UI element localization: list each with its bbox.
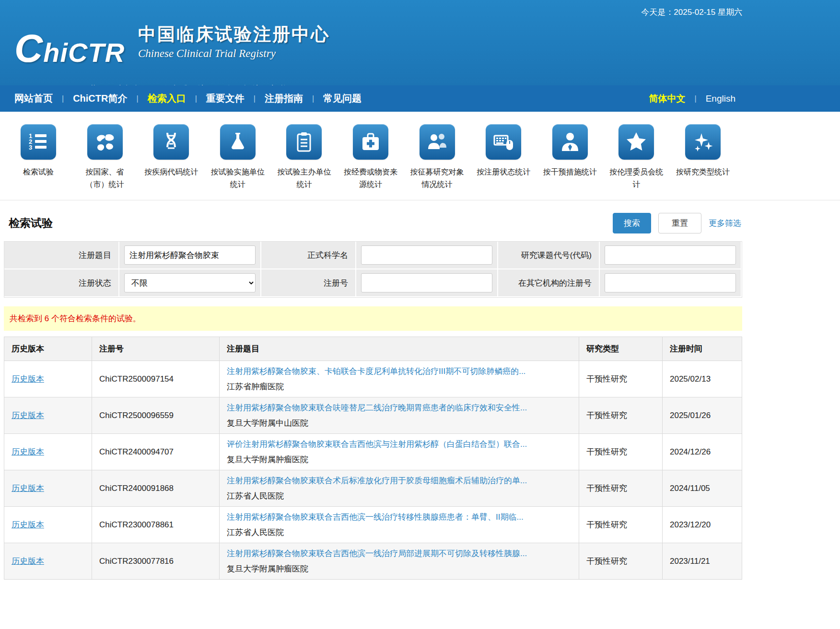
quicklink-star[interactable]: 按伦理委员会统计 <box>607 124 665 190</box>
registration-number-cell: ChiCTR2300077816 <box>92 543 220 580</box>
registration-status-label: 注册状态 <box>4 269 119 297</box>
trial-title-link[interactable]: 注射用紫杉醇聚合物胶束、卡铂联合卡度尼利单抗转化治疗III期不可切除肺鳞癌的..… <box>227 366 572 377</box>
quicklink-label: 按干预措施统计 <box>543 166 597 178</box>
language-switcher: 简体中文 | English <box>649 93 735 105</box>
trial-title-link[interactable]: 注射用紫杉醇聚合物胶束联合呋喹替尼二线治疗晚期胃癌患者的临床疗效和安全性... <box>227 402 572 413</box>
results-table-body: 历史版本ChiCTR2500097154注射用紫杉醇聚合物胶束、卡铂联合卡度尼利… <box>4 361 742 580</box>
quicklink-label: 按国家、省（市）统计 <box>76 166 134 190</box>
table-row: 历史版本ChiCTR2300077816注射用紫杉醇聚合物胶束联合吉西他滨一线治… <box>4 543 742 580</box>
site-header: 今天是：2025-02-15 星期六 ChiCTR 中国临床试验注册中心 Chi… <box>0 0 840 85</box>
quicklink-label: 按征募研究对象情况统计 <box>408 166 466 190</box>
study-type-cell: 干预性研究 <box>579 361 663 397</box>
quicklink-medical-kit[interactable]: 按经费或物资来源统计 <box>342 124 399 190</box>
study-code-label: 研究课题代号(代码) <box>498 242 600 269</box>
lang-english[interactable]: English <box>706 93 735 104</box>
nav-item-5[interactable]: 注册指南 <box>265 92 303 105</box>
quicklink-world-map[interactable]: 按国家、省（市）统计 <box>76 124 134 190</box>
nav-item-3[interactable]: 检索入口 <box>148 92 186 105</box>
doctor-icon <box>552 124 588 160</box>
nav-separator: | <box>254 94 256 103</box>
quicklink-doctor[interactable]: 按干预措施统计 <box>541 124 599 178</box>
registration-title-label: 注册题目 <box>4 242 119 269</box>
trial-institution: 复旦大学附属肿瘤医院 <box>227 563 572 574</box>
registration-status-cell: 不限 <box>119 269 261 297</box>
history-version-link[interactable]: 历史版本 <box>12 411 44 420</box>
history-cell: 历史版本 <box>4 434 92 470</box>
quicklink-label: 检索试验 <box>23 166 54 178</box>
quicklink-label: 按疾病代码统计 <box>144 166 198 178</box>
lang-simplified-chinese[interactable]: 简体中文 <box>649 93 686 105</box>
nav-item-2[interactable]: ChiCTR简介 <box>73 92 127 105</box>
more-filters-link[interactable]: 更多筛选 <box>709 218 741 229</box>
registration-number-cell: ChiCTR2500097154 <box>92 361 220 397</box>
lang-separator: | <box>695 94 697 103</box>
header-row: 历史版本注册号注册题目研究类型注册时间 <box>4 337 742 361</box>
history-version-link[interactable]: 历史版本 <box>12 447 44 456</box>
title-cell: 注射用紫杉醇聚合物胶束联合吉西他滨一线治疗局部进展期不可切除及转移性胰腺...复… <box>220 543 579 580</box>
search-button[interactable]: 搜索 <box>613 213 651 233</box>
column-header: 注册号 <box>92 337 220 361</box>
sparkles-icon <box>685 124 721 160</box>
title-cell: 评价注射用紫杉醇聚合物胶束联合吉西他滨与注射用紫杉醇（白蛋白结合型）联合...复… <box>220 434 579 470</box>
registration-number-input[interactable] <box>361 273 492 292</box>
quicklink-label: 按伦理委员会统计 <box>607 166 665 190</box>
main-content: 检索试验 搜索 重置 更多筛选 注册题目正式科学名研究课题代号(代码)注册状态不… <box>4 213 742 580</box>
quicklink-keyboard-mouse[interactable]: 按注册状态统计 <box>475 124 532 178</box>
site-titles: 中国临床试验注册中心 Chinese Clinical Trial Regist… <box>138 19 330 78</box>
quicklink-dna[interactable]: 按疾病代码统计 <box>142 124 200 178</box>
study-code-input[interactable] <box>605 245 736 265</box>
trial-title-link[interactable]: 注射用紫杉醇聚合物胶束联合吉西他滨一线治疗局部进展期不可切除及转移性胰腺... <box>227 548 572 559</box>
title-cell: 注射用紫杉醇聚合物胶束、卡铂联合卡度尼利单抗转化治疗III期不可切除肺鳞癌的..… <box>220 361 579 397</box>
other-registry-number-label: 在其它机构的注册号 <box>498 269 600 297</box>
column-header: 注册题目 <box>220 337 579 361</box>
nav-item-1[interactable]: 网站首页 <box>14 92 53 105</box>
history-version-link[interactable]: 历史版本 <box>12 520 44 529</box>
column-header: 注册时间 <box>663 337 742 361</box>
trial-title-link[interactable]: 注射用紫杉醇聚合物胶束联合术后标准放化疗用于胶质母细胞瘤术后辅助治疗的单... <box>227 475 572 486</box>
registration-title-cell <box>119 242 261 269</box>
quicklink-list-numbers[interactable]: 123检索试验 <box>10 124 67 178</box>
scientific-name-cell <box>356 242 498 269</box>
other-registry-number-input[interactable] <box>605 273 736 292</box>
registration-title-input[interactable] <box>124 245 256 265</box>
trial-institution: 复旦大学附属肿瘤医院 <box>227 454 572 465</box>
reset-button[interactable]: 重置 <box>658 213 701 233</box>
quicklinks-bar: 123检索试验按国家、省（市）统计按疾病代码统计按试验实施单位统计按试验主办单位… <box>0 112 840 200</box>
registration-status-select[interactable]: 不限 <box>124 273 256 292</box>
registration-number-cell: ChiCTR2300078861 <box>92 507 220 543</box>
scientific-name-input[interactable] <box>361 245 492 265</box>
title-cell: 注射用紫杉醇聚合物胶束联合吉西他滨一线治疗转移性胰腺癌患者：单臂、II期临...… <box>220 507 579 543</box>
history-cell: 历史版本 <box>4 507 92 543</box>
brand-row: ChiCTR 中国临床试验注册中心 Chinese Clinical Trial… <box>4 19 742 78</box>
svg-text:3: 3 <box>29 144 32 151</box>
list-numbers-icon: 123 <box>21 124 56 160</box>
quicklink-sparkles[interactable]: 按研究类型统计 <box>674 124 732 178</box>
history-version-link[interactable]: 历史版本 <box>12 557 44 566</box>
registration-date-cell: 2025/02/13 <box>663 361 742 397</box>
current-date: 今天是：2025-02-15 星期六 <box>4 0 742 18</box>
nav-item-4[interactable]: 重要文件 <box>206 92 245 105</box>
main-nav: 网站首页|ChiCTR简介|检索入口|重要文件|注册指南|常见问题 简体中文 |… <box>0 85 840 112</box>
nav-separator: | <box>312 94 314 103</box>
table-row: 历史版本ChiCTR2300078861注射用紫杉醇聚合物胶束联合吉西他滨一线治… <box>4 507 742 543</box>
results-table-head: 历史版本注册号注册题目研究类型注册时间 <box>4 337 742 361</box>
history-version-link[interactable]: 历史版本 <box>12 374 44 384</box>
medical-kit-icon <box>353 124 388 160</box>
trial-title-link[interactable]: 评价注射用紫杉醇聚合物胶束联合吉西他滨与注射用紫杉醇（白蛋白结合型）联合... <box>227 439 572 450</box>
nav-item-6[interactable]: 常见问题 <box>323 92 362 105</box>
column-header: 研究类型 <box>579 337 663 361</box>
quicklink-clipboard[interactable]: 按试验主办单位统计 <box>275 124 333 190</box>
trial-institution: 江苏省人民医院 <box>227 527 572 538</box>
history-cell: 历史版本 <box>4 470 92 507</box>
scientific-name-label: 正式科学名 <box>261 242 356 269</box>
flask-icon <box>220 124 256 160</box>
study-code-cell <box>600 242 742 269</box>
nav-menu: 网站首页|ChiCTR简介|检索入口|重要文件|注册指南|常见问题 <box>14 92 362 105</box>
trial-title-link[interactable]: 注射用紫杉醇聚合物胶束联合吉西他滨一线治疗转移性胰腺癌患者：单臂、II期临... <box>227 512 572 523</box>
trial-institution: 江苏省肿瘤医院 <box>227 381 572 392</box>
quicklink-people[interactable]: 按征募研究对象情况统计 <box>408 124 466 190</box>
quicklink-flask[interactable]: 按试验实施单位统计 <box>209 124 267 190</box>
quicklink-label: 按试验主办单位统计 <box>275 166 333 190</box>
results-summary: 共检索到 6 个符合检索条件的试验。 <box>4 306 742 331</box>
history-version-link[interactable]: 历史版本 <box>12 484 44 493</box>
